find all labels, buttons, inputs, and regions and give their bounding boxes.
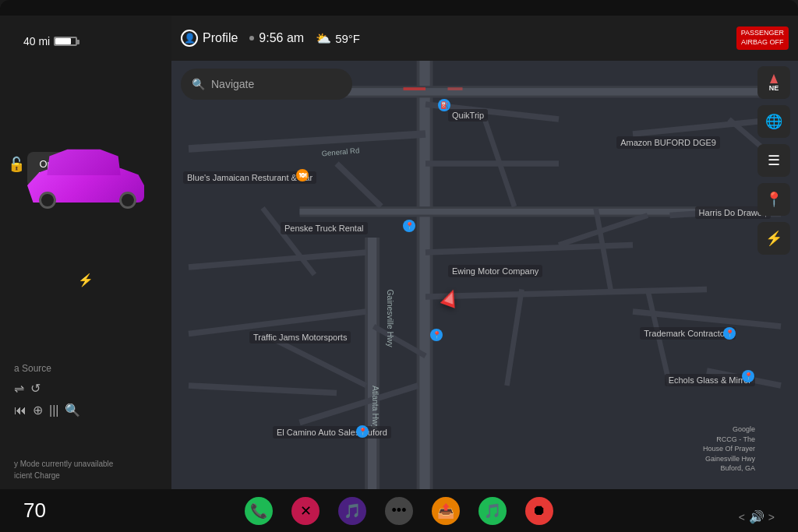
status-mode-text: y Mode currently unavailable: [8, 458, 164, 470]
cloud-icon: ⛅: [316, 31, 331, 46]
taskbar-spotify[interactable]: 🎵: [469, 489, 516, 532]
record-icon: ⏺: [525, 497, 553, 525]
map-area[interactable]: Gainesville Hwy Atlanta Hwy General Rd 🔍…: [171, 16, 798, 489]
left-status: y Mode currently unavailable icient Char…: [0, 450, 171, 489]
lock-icon[interactable]: 🔓: [8, 156, 25, 173]
compass-button[interactable]: NE: [757, 66, 790, 99]
time-value: 9:56 am: [259, 31, 304, 45]
google-watermark: Google: [703, 425, 755, 435]
marker-echols: 📍: [742, 370, 754, 382]
phone-icon: 📞: [245, 497, 273, 525]
compass-needle-icon: [770, 74, 778, 83]
search-icon: 🔍: [192, 78, 205, 90]
taskbar-phone[interactable]: 📞: [235, 489, 282, 532]
svg-text:Atlanta Hwy: Atlanta Hwy: [371, 386, 380, 429]
taskbar: 70 📞 ✕ 🎵 ••• 📤 🎵 ⏺ < 🔊 >: [0, 489, 798, 532]
taskbar-close[interactable]: ✕: [282, 489, 329, 532]
taskbar-share[interactable]: 📤: [422, 489, 469, 532]
layers-button[interactable]: ☰: [757, 144, 790, 177]
volume-icon: 🔊: [749, 509, 764, 524]
media-playback-row: ⇌ ↺: [8, 379, 164, 397]
more-icon: •••: [385, 497, 413, 525]
prev-track-icon[interactable]: ⏮: [14, 403, 26, 417]
time-dot-icon: [249, 36, 254, 41]
left-panel: 40 mi 🔓 OpenTrunk ⚡ a Source ⇌ ↺ ⏮ ⊕ |||…: [0, 16, 171, 489]
shuffle-icon[interactable]: ⇌: [14, 381, 24, 396]
media-secondary-row: ⏮ ⊕ ||| 🔍: [8, 401, 164, 419]
marker-trademark: 📍: [723, 327, 736, 340]
car-roof: [43, 148, 125, 175]
taskbar-media[interactable]: 🎵: [329, 489, 376, 532]
profile-label: Profile: [203, 31, 238, 45]
repeat-icon[interactable]: ↺: [30, 381, 41, 396]
battery-fill: [55, 38, 71, 44]
main-screen: 👤 Profile 9:56 am ⛅ 59°F PASSENGERAIRBAG…: [171, 16, 798, 489]
marker-quiktrip: ⛽: [438, 99, 450, 111]
svg-rect-8: [448, 87, 463, 90]
charge-bolt-icon: ⚡: [78, 273, 94, 287]
lightning-button[interactable]: ⚡: [757, 222, 790, 255]
battery-bar: [54, 37, 77, 46]
top-bar: 👤 Profile 9:56 am ⛅ 59°F PASSENGERAIRBAG…: [171, 16, 798, 61]
compass-direction: NE: [769, 84, 779, 92]
svg-rect-7: [404, 87, 426, 90]
volume-up-icon[interactable]: >: [768, 511, 775, 523]
speed-display: 70: [23, 499, 46, 523]
close-icon: ✕: [291, 497, 320, 525]
temperature-display: ⛅ 59°F: [316, 31, 360, 46]
marker-penske: 📍: [403, 220, 415, 232]
status-charge-text: icient Charge: [8, 470, 164, 481]
add-icon[interactable]: ⊕: [33, 403, 43, 417]
profile-icon: 👤: [181, 30, 198, 47]
media-controls: a Source ⇌ ↺ ⏮ ⊕ ||| 🔍: [8, 361, 164, 419]
taskbar-more[interactable]: •••: [376, 489, 422, 532]
car-graphic: [23, 132, 148, 210]
volume-down-icon[interactable]: <: [739, 511, 745, 523]
profile-button[interactable]: 👤 Profile: [181, 30, 238, 47]
taskbar-record[interactable]: ⏺: [516, 489, 563, 532]
marker-elcamino: 📍: [356, 425, 369, 438]
media-icon: 🎵: [338, 497, 366, 525]
airbag-warning: PASSENGERAIRBAG OFF: [736, 26, 789, 49]
volume-area: < 🔊 >: [739, 509, 775, 524]
car-wheel-right: [119, 192, 136, 209]
search-media-icon[interactable]: 🔍: [65, 403, 80, 417]
spotify-icon: 🎵: [478, 497, 507, 525]
range-display: 40 mi: [23, 35, 77, 48]
temperature-value: 59°F: [335, 32, 360, 45]
car-wheel-left: [39, 192, 56, 209]
marker-traffic-jams: 📍: [430, 329, 443, 341]
equalizer-icon[interactable]: |||: [49, 403, 58, 417]
search-placeholder: Navigate: [211, 78, 254, 90]
location-button[interactable]: 📍: [757, 183, 790, 216]
media-source-label: a Source: [14, 363, 51, 374]
map-right-panel: NE 🌐 ☰ 📍 ⚡: [757, 66, 790, 255]
range-value: 40 mi: [23, 35, 50, 48]
svg-text:Gainesville Hwy: Gainesville Hwy: [386, 290, 394, 348]
search-bar[interactable]: 🔍 Navigate: [181, 69, 352, 100]
svg-rect-4: [368, 238, 376, 489]
share-icon: 📤: [432, 497, 460, 525]
marker-blues: 🍽: [296, 169, 309, 181]
globe-button[interactable]: 🌐: [757, 105, 790, 138]
time-display: 9:56 am: [249, 31, 304, 45]
rccg-label: Google RCCG - The House Of Prayer Gaines…: [703, 425, 755, 474]
media-source-row: a Source: [8, 361, 164, 375]
